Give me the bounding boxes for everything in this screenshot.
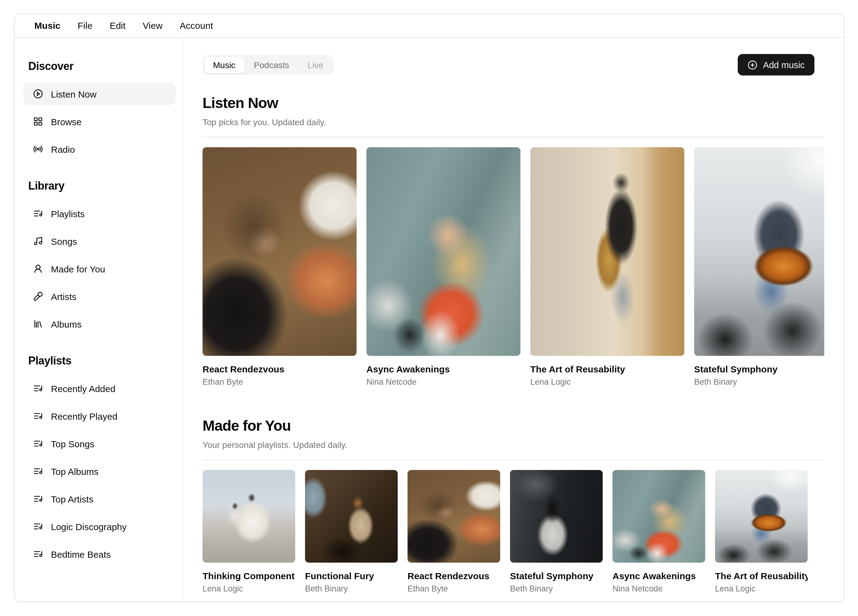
menubar-item-account[interactable]: Account [171,14,222,37]
sidebar-item-recently-played[interactable]: Recently Played [23,405,176,427]
list-music-icon [33,439,43,448]
sidebar-item-logic-discography[interactable]: Logic Discography [23,515,176,537]
sidebar-item-listen-now[interactable]: Listen Now [23,83,176,105]
sidebar-item-top-albums[interactable]: Top Albums [23,460,176,482]
album-artist: Beth Binary [510,583,603,594]
main-content: MusicPodcastsLive Add music Listen NowTo… [183,38,844,601]
sidebar-item-radio[interactable]: Radio [23,138,176,160]
radio-icon [33,144,43,154]
album-artist: Nina Netcode [612,583,705,594]
album-card[interactable]: Thinking ComponentsLena Logic [202,470,295,594]
album-row: Thinking ComponentsLena LogicFunctional … [202,470,824,594]
section-subtitle: Top picks for you. Updated daily. [202,116,824,128]
sidebar-item-label: Artists [51,291,76,301]
sidebar-item-bedtime-beats[interactable]: Bedtime Beats [23,543,176,565]
circle-plus-icon [748,60,758,70]
menubar-item-file[interactable]: File [69,14,101,37]
app-window: MusicFileEditViewAccount DiscoverListen … [14,14,844,602]
album-card[interactable]: Functional FuryBeth Binary [305,470,398,594]
album-card[interactable]: Async AwakeningsNina Netcode [612,470,705,594]
album-card[interactable]: Stateful SymphonyBeth Binary [510,470,603,594]
album-art [202,147,357,356]
album-artist: Ethan Byte [407,583,500,594]
album-card[interactable]: React RendezvousEthan Byte [407,470,500,594]
album-title: Async Awakenings [612,570,705,582]
play-circle-icon [33,89,43,99]
album-art [367,147,521,356]
list-music-icon [33,383,43,393]
album-title: React Rendezvous [202,363,357,375]
tab-podcasts[interactable]: Podcasts [245,57,298,73]
grid-icon [33,116,43,126]
sidebar-item-artists[interactable]: Artists [23,285,176,307]
sidebar-item-label: Made for You [51,264,105,274]
album-title: Stateful Symphony [510,570,603,582]
sidebar-item-playlists[interactable]: Playlists [23,202,176,225]
album-title: The Art of Reusability [530,363,684,375]
album-title: Async Awakenings [367,363,521,375]
sidebar-item-label: Browse [51,116,82,127]
menubar: MusicFileEditViewAccount [15,14,844,38]
album-title: Functional Fury [305,570,398,582]
album-card[interactable]: Async AwakeningsNina Netcode [367,147,521,387]
stage: MusicFileEditViewAccount DiscoverListen … [0,0,858,616]
album-artist: Nina Netcode [367,377,521,387]
main-header: MusicPodcastsLive Add music [202,54,824,76]
section-title: Made for You [202,417,824,435]
window-body: DiscoverListen NowBrowseRadioLibraryPlay… [15,38,844,601]
album-title: The Art of Reusability [715,570,808,582]
sidebar-section-library: LibraryPlaylistsSongsMade for YouArtists… [23,178,176,335]
sidebar-item-label: Radio [51,144,75,154]
album-card[interactable]: The Art of ReusabilityLena Logic [530,147,684,387]
sidebar-item-albums[interactable]: Albums [23,313,176,335]
section-listen-now: Listen NowTop picks for you. Updated dai… [202,94,824,387]
list-music-icon [33,411,43,421]
list-music-icon [33,466,43,476]
album-art [510,470,603,563]
album-artist: Lena Logic [202,583,295,594]
music-note-icon [33,236,43,246]
sidebar-item-label: Albums [51,319,82,329]
list-music-icon [33,521,43,531]
user-icon [33,264,43,274]
album-art [612,470,705,563]
album-title: Stateful Symphony [694,363,824,375]
album-art [715,470,808,563]
sidebar-item-browse[interactable]: Browse [23,110,176,132]
album-card[interactable]: Stateful SymphonyBeth Binary [694,147,824,387]
album-card[interactable]: React RendezvousEthan Byte [202,147,357,387]
add-music-button[interactable]: Add music [738,54,814,76]
album-artist: Ethan Byte [202,377,357,387]
album-artist: Lena Logic [715,583,808,594]
sidebar-section-playlists: PlaylistsRecently AddedRecently PlayedTo… [23,354,176,565]
sidebar-item-label: Listen Now [51,88,96,99]
sidebar-item-label: Top Songs [51,438,95,449]
album-artist: Beth Binary [305,583,398,594]
section-divider [202,459,824,460]
sidebar-heading: Playlists [28,354,176,369]
sidebar-heading: Discover [28,59,176,74]
list-music-icon [33,549,43,559]
menubar-item-music[interactable]: Music [26,14,69,37]
mic-icon [33,292,43,301]
sidebar-item-recently-added[interactable]: Recently Added [23,377,176,399]
section-subtitle: Your personal playlists. Updated daily. [202,439,824,451]
sidebar-item-label: Playlists [51,208,85,219]
menubar-item-view[interactable]: View [134,14,171,37]
section-divider [202,137,824,137]
content-tabs: MusicPodcastsLive [202,55,334,74]
album-artist: Lena Logic [530,377,684,387]
list-music-icon [33,494,43,504]
sidebar-heading: Library [28,178,176,194]
section-title: Listen Now [202,94,824,112]
sidebar-item-label: Recently Added [51,383,115,394]
sidebar-item-made-for-you[interactable]: Made for You [23,258,176,280]
album-artist: Beth Binary [694,377,824,387]
album-card[interactable]: The Art of ReusabilityLena Logic [715,470,808,594]
tab-music[interactable]: Music [204,57,244,73]
sidebar-item-songs[interactable]: Songs [23,230,176,252]
album-art [530,147,684,356]
menubar-item-edit[interactable]: Edit [101,14,134,37]
sidebar-item-top-artists[interactable]: Top Artists [23,488,176,510]
sidebar-item-top-songs[interactable]: Top Songs [23,433,176,455]
